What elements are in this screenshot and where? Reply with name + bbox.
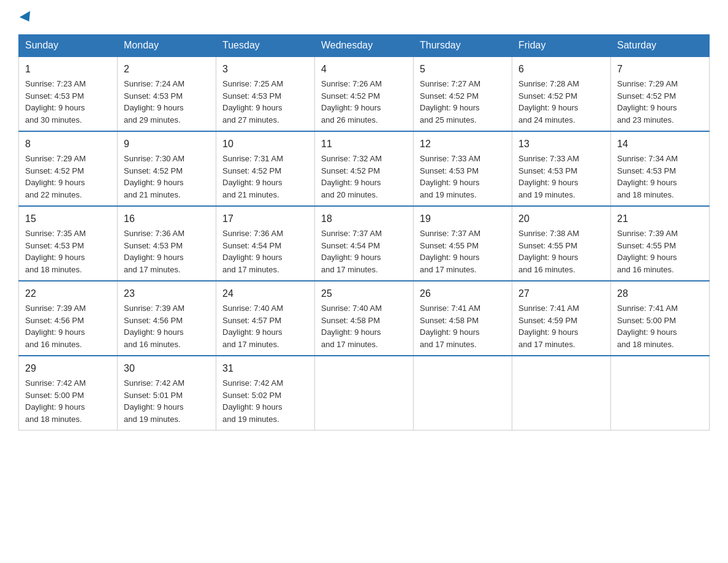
day-info: Sunrise: 7:30 AMSunset: 4:52 PMDaylight:… [124, 153, 210, 201]
day-number: 29 [25, 361, 111, 376]
day-info: Sunrise: 7:42 AMSunset: 5:00 PMDaylight:… [25, 377, 111, 425]
calendar-day-cell: 24Sunrise: 7:40 AMSunset: 4:57 PMDayligh… [216, 281, 315, 356]
day-info: Sunrise: 7:39 AMSunset: 4:55 PMDaylight:… [617, 228, 703, 275]
day-number: 16 [124, 212, 210, 226]
day-number: 12 [420, 137, 506, 151]
day-number: 27 [518, 286, 604, 301]
day-number: 4 [321, 62, 407, 77]
day-number: 18 [321, 212, 407, 226]
day-number: 13 [518, 137, 604, 151]
day-info: Sunrise: 7:27 AMSunset: 4:52 PMDaylight:… [420, 78, 506, 126]
calendar-day-cell: 7Sunrise: 7:29 AMSunset: 4:52 PMDaylight… [611, 56, 710, 131]
calendar-day-cell: 17Sunrise: 7:36 AMSunset: 4:54 PMDayligh… [216, 206, 315, 281]
header-day-friday: Friday [512, 35, 611, 57]
day-number: 10 [222, 137, 308, 151]
calendar-day-cell: 14Sunrise: 7:34 AMSunset: 4:53 PMDayligh… [611, 131, 710, 206]
logo [18, 16, 33, 25]
day-number: 5 [420, 62, 506, 77]
calendar-week-row: 22Sunrise: 7:39 AMSunset: 4:56 PMDayligh… [19, 281, 710, 356]
day-info: Sunrise: 7:35 AMSunset: 4:53 PMDaylight:… [25, 228, 111, 275]
calendar-day-cell: 26Sunrise: 7:41 AMSunset: 4:58 PMDayligh… [414, 281, 512, 356]
day-info: Sunrise: 7:32 AMSunset: 4:52 PMDaylight:… [321, 153, 407, 201]
day-info: Sunrise: 7:36 AMSunset: 4:54 PMDaylight:… [222, 228, 308, 275]
day-info: Sunrise: 7:36 AMSunset: 4:53 PMDaylight:… [124, 228, 210, 275]
day-number: 23 [124, 286, 210, 301]
header-day-monday: Monday [118, 35, 216, 57]
calendar-day-cell: 6Sunrise: 7:28 AMSunset: 4:52 PMDaylight… [512, 56, 611, 131]
day-number: 11 [321, 137, 407, 151]
header-day-wednesday: Wednesday [315, 35, 414, 57]
day-info: Sunrise: 7:41 AMSunset: 5:00 PMDaylight:… [617, 302, 703, 350]
calendar-day-cell: 5Sunrise: 7:27 AMSunset: 4:52 PMDaylight… [414, 56, 512, 131]
day-info: Sunrise: 7:38 AMSunset: 4:55 PMDaylight:… [518, 228, 604, 275]
day-number: 3 [222, 62, 308, 77]
day-number: 14 [617, 137, 703, 151]
calendar-day-cell [512, 356, 611, 431]
calendar-day-cell: 22Sunrise: 7:39 AMSunset: 4:56 PMDayligh… [19, 281, 118, 356]
day-number: 15 [25, 212, 111, 226]
day-info: Sunrise: 7:40 AMSunset: 4:58 PMDaylight:… [321, 302, 407, 350]
day-info: Sunrise: 7:31 AMSunset: 4:52 PMDaylight:… [222, 153, 308, 201]
calendar-day-cell: 23Sunrise: 7:39 AMSunset: 4:56 PMDayligh… [118, 281, 216, 356]
calendar-day-cell: 28Sunrise: 7:41 AMSunset: 5:00 PMDayligh… [611, 281, 710, 356]
calendar-week-row: 29Sunrise: 7:42 AMSunset: 5:00 PMDayligh… [19, 356, 710, 431]
day-info: Sunrise: 7:24 AMSunset: 4:53 PMDaylight:… [124, 78, 210, 126]
day-info: Sunrise: 7:33 AMSunset: 4:53 PMDaylight:… [518, 153, 604, 201]
day-number: 1 [25, 62, 111, 77]
calendar-header-row: SundayMondayTuesdayWednesdayThursdayFrid… [19, 35, 710, 57]
day-number: 24 [222, 286, 308, 301]
calendar-day-cell: 10Sunrise: 7:31 AMSunset: 4:52 PMDayligh… [216, 131, 315, 206]
day-info: Sunrise: 7:33 AMSunset: 4:53 PMDaylight:… [420, 153, 506, 201]
calendar-day-cell: 3Sunrise: 7:25 AMSunset: 4:53 PMDaylight… [216, 56, 315, 131]
day-info: Sunrise: 7:23 AMSunset: 4:53 PMDaylight:… [25, 78, 111, 126]
day-info: Sunrise: 7:28 AMSunset: 4:52 PMDaylight:… [518, 78, 604, 126]
calendar-day-cell: 30Sunrise: 7:42 AMSunset: 5:01 PMDayligh… [118, 356, 216, 431]
day-number: 17 [222, 212, 308, 226]
day-info: Sunrise: 7:41 AMSunset: 4:59 PMDaylight:… [518, 302, 604, 350]
day-number: 8 [25, 137, 111, 151]
calendar-day-cell: 31Sunrise: 7:42 AMSunset: 5:02 PMDayligh… [216, 356, 315, 431]
calendar-day-cell: 4Sunrise: 7:26 AMSunset: 4:52 PMDaylight… [315, 56, 414, 131]
day-number: 20 [518, 212, 604, 226]
day-info: Sunrise: 7:39 AMSunset: 4:56 PMDaylight:… [124, 302, 210, 350]
logo-triangle-icon [20, 11, 34, 25]
day-number: 22 [25, 286, 111, 301]
day-number: 25 [321, 286, 407, 301]
day-info: Sunrise: 7:42 AMSunset: 5:02 PMDaylight:… [222, 377, 308, 425]
day-number: 26 [420, 286, 506, 301]
day-number: 21 [617, 212, 703, 226]
calendar-day-cell: 18Sunrise: 7:37 AMSunset: 4:54 PMDayligh… [315, 206, 414, 281]
day-info: Sunrise: 7:29 AMSunset: 4:52 PMDaylight:… [25, 153, 111, 201]
day-number: 28 [617, 286, 703, 301]
day-info: Sunrise: 7:41 AMSunset: 4:58 PMDaylight:… [420, 302, 506, 350]
calendar-day-cell [611, 356, 710, 431]
day-info: Sunrise: 7:25 AMSunset: 4:53 PMDaylight:… [222, 78, 308, 126]
day-info: Sunrise: 7:29 AMSunset: 4:52 PMDaylight:… [617, 78, 703, 126]
calendar-day-cell: 15Sunrise: 7:35 AMSunset: 4:53 PMDayligh… [19, 206, 118, 281]
day-number: 6 [518, 62, 604, 77]
page-header [18, 12, 710, 25]
day-info: Sunrise: 7:42 AMSunset: 5:01 PMDaylight:… [124, 377, 210, 425]
day-number: 2 [124, 62, 210, 77]
calendar-day-cell: 25Sunrise: 7:40 AMSunset: 4:58 PMDayligh… [315, 281, 414, 356]
calendar-day-cell: 21Sunrise: 7:39 AMSunset: 4:55 PMDayligh… [611, 206, 710, 281]
calendar-week-row: 8Sunrise: 7:29 AMSunset: 4:52 PMDaylight… [19, 131, 710, 206]
calendar-day-cell: 11Sunrise: 7:32 AMSunset: 4:52 PMDayligh… [315, 131, 414, 206]
calendar-day-cell: 2Sunrise: 7:24 AMSunset: 4:53 PMDaylight… [118, 56, 216, 131]
calendar-day-cell: 12Sunrise: 7:33 AMSunset: 4:53 PMDayligh… [414, 131, 512, 206]
day-number: 19 [420, 212, 506, 226]
day-number: 9 [124, 137, 210, 151]
calendar-day-cell: 13Sunrise: 7:33 AMSunset: 4:53 PMDayligh… [512, 131, 611, 206]
calendar-day-cell: 19Sunrise: 7:37 AMSunset: 4:55 PMDayligh… [414, 206, 512, 281]
day-number: 7 [617, 62, 703, 77]
day-info: Sunrise: 7:26 AMSunset: 4:52 PMDaylight:… [321, 78, 407, 126]
calendar-day-cell: 27Sunrise: 7:41 AMSunset: 4:59 PMDayligh… [512, 281, 611, 356]
header-day-saturday: Saturday [611, 35, 710, 57]
day-info: Sunrise: 7:34 AMSunset: 4:53 PMDaylight:… [617, 153, 703, 201]
day-info: Sunrise: 7:39 AMSunset: 4:56 PMDaylight:… [25, 302, 111, 350]
calendar-day-cell: 1Sunrise: 7:23 AMSunset: 4:53 PMDaylight… [19, 56, 118, 131]
calendar-week-row: 1Sunrise: 7:23 AMSunset: 4:53 PMDaylight… [19, 56, 710, 131]
header-day-sunday: Sunday [19, 35, 118, 57]
calendar-day-cell: 20Sunrise: 7:38 AMSunset: 4:55 PMDayligh… [512, 206, 611, 281]
header-day-thursday: Thursday [414, 35, 512, 57]
